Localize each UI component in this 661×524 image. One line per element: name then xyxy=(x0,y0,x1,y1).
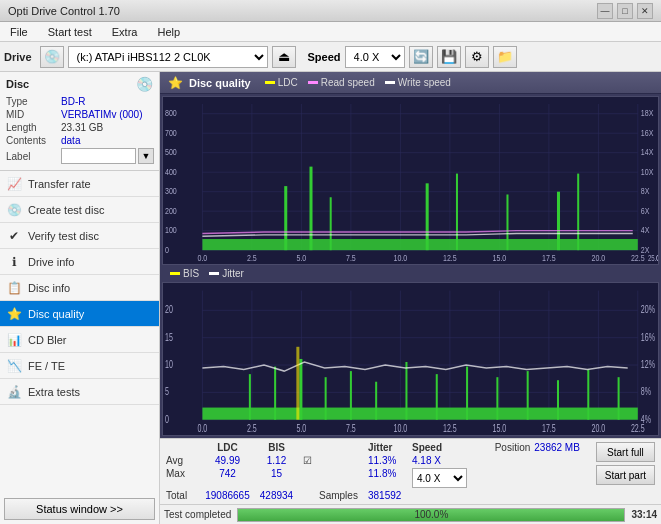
svg-rect-107 xyxy=(296,347,299,420)
label-btn[interactable]: ▼ xyxy=(138,148,154,164)
svg-text:0: 0 xyxy=(165,244,169,255)
svg-text:16X: 16X xyxy=(641,127,654,138)
svg-text:22.5: 22.5 xyxy=(631,423,645,435)
close-button[interactable]: ✕ xyxy=(637,3,653,19)
avg-speed-val: 4.18 X xyxy=(412,455,467,466)
maximize-button[interactable]: □ xyxy=(617,3,633,19)
svg-text:10X: 10X xyxy=(641,166,654,177)
svg-text:200: 200 xyxy=(165,205,177,216)
svg-text:0.0: 0.0 xyxy=(197,252,207,263)
disc-info-icon: 📋 xyxy=(6,280,22,296)
svg-text:6X: 6X xyxy=(641,205,650,216)
stats-h-empty3 xyxy=(319,442,364,453)
speed-target-select[interactable]: 4.0 X Max xyxy=(412,468,467,488)
nav-verify-test-disc[interactable]: ✔ Verify test disc xyxy=(0,223,159,249)
bottom-chart-svg: 0 5 10 15 20 4% 8% 12% 16% 20% 0.0 2.5 5… xyxy=(163,283,658,435)
max-ldc: 742 xyxy=(205,468,250,488)
nav-cd-bler[interactable]: 📊 CD Bler xyxy=(0,327,159,353)
ldc-color-dot xyxy=(265,81,275,84)
refresh-btn[interactable]: 🔄 xyxy=(409,46,433,68)
menu-help[interactable]: Help xyxy=(153,24,184,40)
nav-create-test-disc-label: Create test disc xyxy=(28,204,104,216)
nav-extra-tests[interactable]: 🔬 Extra tests xyxy=(0,379,159,405)
svg-text:8X: 8X xyxy=(641,185,650,196)
nav-transfer-rate-label: Transfer rate xyxy=(28,178,91,190)
svg-text:15.0: 15.0 xyxy=(493,423,507,435)
menu-start-test[interactable]: Start test xyxy=(44,24,96,40)
verify-test-disc-icon: ✔ xyxy=(6,228,22,244)
svg-text:300: 300 xyxy=(165,185,177,196)
menu-file[interactable]: File xyxy=(6,24,32,40)
svg-rect-95 xyxy=(299,359,302,420)
svg-text:2.5: 2.5 xyxy=(247,252,257,263)
label-key: Label xyxy=(6,151,61,162)
nav-transfer-rate[interactable]: 📈 Transfer rate xyxy=(0,171,159,197)
nav-disc-quality[interactable]: ⭐ Disc quality xyxy=(0,301,159,327)
speed-select[interactable]: 4.0 X Max xyxy=(345,46,405,68)
svg-rect-92 xyxy=(202,408,637,420)
svg-text:2.5: 2.5 xyxy=(247,423,257,435)
nav-disc-info-label: Disc info xyxy=(28,282,70,294)
svg-text:GB: GB xyxy=(656,253,658,263)
svg-text:5.0: 5.0 xyxy=(296,423,306,435)
disc-btn[interactable]: 💾 xyxy=(437,46,461,68)
mid-key: MID xyxy=(6,109,61,120)
start-full-button[interactable]: Start full xyxy=(596,442,655,462)
disc-info-panel: Disc 💿 Type BD-R MID VERBATIMv (000) Len… xyxy=(0,72,159,171)
position-val: 23862 MB xyxy=(534,442,580,453)
type-key: Type xyxy=(6,96,61,107)
start-buttons: Start full Start part xyxy=(596,442,655,485)
nav-fe-te[interactable]: 📉 FE / TE xyxy=(0,353,159,379)
drive-icon-btn[interactable]: 💿 xyxy=(40,46,64,68)
disc-panel-icon[interactable]: 💿 xyxy=(136,76,153,92)
stats-header-bis: BIS xyxy=(254,442,299,453)
label-input[interactable] xyxy=(61,148,136,164)
svg-text:12.5: 12.5 xyxy=(443,252,457,263)
svg-text:22.5: 22.5 xyxy=(631,252,645,263)
svg-text:12%: 12% xyxy=(641,359,655,371)
svg-text:5: 5 xyxy=(165,386,169,398)
nav-drive-info[interactable]: ℹ Drive info xyxy=(0,249,159,275)
status-window-btn[interactable]: Status window >> xyxy=(4,498,155,520)
total-bis: 428934 xyxy=(254,490,299,501)
svg-rect-101 xyxy=(466,367,468,420)
max-label: Max xyxy=(166,468,201,488)
total-label: Total xyxy=(166,490,201,501)
content-header-icon: ⭐ xyxy=(168,76,183,90)
create-test-disc-icon: 💿 xyxy=(6,202,22,218)
bis-color-dot xyxy=(170,272,180,275)
nav-disc-info[interactable]: 📋 Disc info xyxy=(0,275,159,301)
toolbar: Drive 💿 (k:) ATAPi iHBS112 2 CL0K ⏏ Spee… xyxy=(0,42,661,72)
extra-tests-icon: 🔬 xyxy=(6,384,22,400)
minimize-button[interactable]: — xyxy=(597,3,613,19)
stats-area: LDC BIS Jitter Speed Avg 49.99 1.12 ☑ 11… xyxy=(160,438,661,504)
svg-text:20: 20 xyxy=(165,304,173,316)
chart-legend: LDC Read speed Write speed xyxy=(265,77,451,88)
nav-create-test-disc[interactable]: 💿 Create test disc xyxy=(0,197,159,223)
svg-text:8%: 8% xyxy=(641,386,651,398)
svg-text:17.5: 17.5 xyxy=(542,252,556,263)
menu-extra[interactable]: Extra xyxy=(108,24,142,40)
progress-area: Test completed 100.0% 33:14 xyxy=(160,504,661,524)
settings-btn[interactable]: ⚙ xyxy=(465,46,489,68)
svg-rect-53 xyxy=(506,194,508,250)
bottom-chart: 0 5 10 15 20 4% 8% 12% 16% 20% 0.0 2.5 5… xyxy=(162,282,659,436)
jitter-legend: Jitter xyxy=(209,268,244,279)
bis-legend-label: BIS xyxy=(183,268,199,279)
max-speed-select-area: 4.0 X Max xyxy=(412,468,467,488)
position-row: Position 23862 MB xyxy=(495,442,580,453)
svg-rect-102 xyxy=(496,377,498,420)
samples-label: Samples xyxy=(319,490,364,501)
svg-text:20%: 20% xyxy=(641,304,655,316)
drive-select[interactable]: (k:) ATAPi iHBS112 2 CL0K xyxy=(68,46,268,68)
svg-text:700: 700 xyxy=(165,127,177,138)
jitter-legend-label: Jitter xyxy=(222,268,244,279)
save-btn[interactable]: 📁 xyxy=(493,46,517,68)
svg-rect-52 xyxy=(456,174,458,251)
eject-btn[interactable]: ⏏ xyxy=(272,46,296,68)
status-text: Test completed xyxy=(164,509,231,520)
start-part-button[interactable]: Start part xyxy=(596,465,655,485)
transfer-rate-icon: 📈 xyxy=(6,176,22,192)
top-chart: 0 100 200 300 400 500 700 800 2X 4X 6X 8… xyxy=(162,96,659,265)
svg-rect-51 xyxy=(426,183,429,250)
